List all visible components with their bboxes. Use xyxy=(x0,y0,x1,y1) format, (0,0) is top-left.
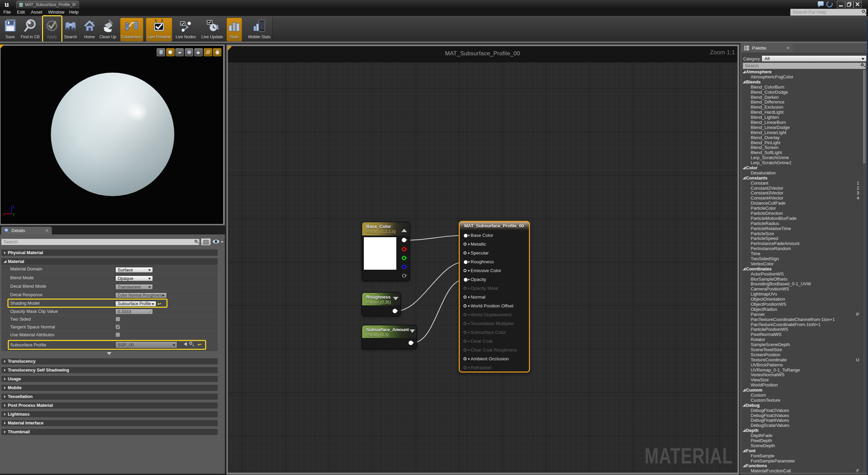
svg-text:x: x xyxy=(3,212,4,216)
svg-text:Y: Y xyxy=(13,213,15,217)
svg-text:Z: Z xyxy=(13,205,15,209)
